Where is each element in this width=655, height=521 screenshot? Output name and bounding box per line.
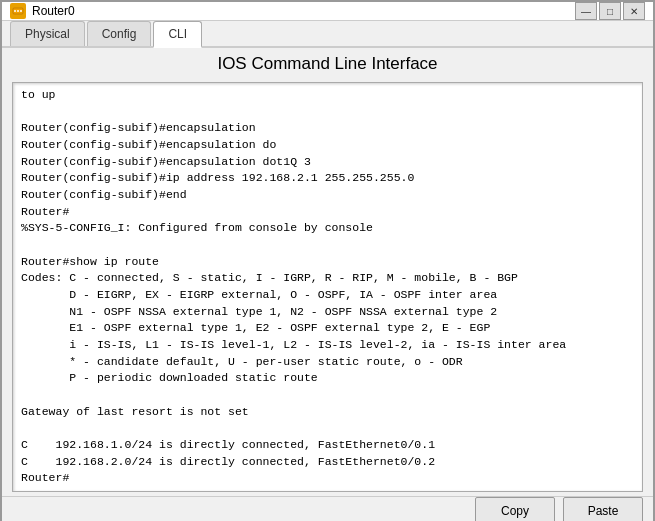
minimize-button[interactable]: — <box>575 2 597 20</box>
window-controls: — □ ✕ <box>575 2 645 20</box>
tab-bar: Physical Config CLI <box>2 21 653 48</box>
bottom-bar: Copy Paste <box>2 496 653 521</box>
main-window: Router0 — □ ✕ Physical Config CLI IOS Co… <box>0 0 655 521</box>
terminal-text: to up Router(config-subif)#encapsulation… <box>21 87 634 487</box>
title-bar-left: Router0 <box>10 3 75 19</box>
page-title: IOS Command Line Interface <box>12 54 643 74</box>
window-title: Router0 <box>32 4 75 18</box>
terminal-container: to up Router(config-subif)#encapsulation… <box>12 82 643 492</box>
content-area: IOS Command Line Interface to up Router(… <box>2 48 653 496</box>
terminal-scroll[interactable]: to up Router(config-subif)#encapsulation… <box>13 83 642 491</box>
copy-button[interactable]: Copy <box>475 497 555 521</box>
paste-button[interactable]: Paste <box>563 497 643 521</box>
title-bar: Router0 — □ ✕ <box>2 2 653 21</box>
tab-cli[interactable]: CLI <box>153 21 202 48</box>
svg-point-3 <box>20 10 22 12</box>
svg-point-1 <box>14 10 16 12</box>
tab-physical[interactable]: Physical <box>10 21 85 46</box>
tab-config[interactable]: Config <box>87 21 152 46</box>
maximize-button[interactable]: □ <box>599 2 621 20</box>
svg-point-2 <box>17 10 19 12</box>
close-button[interactable]: ✕ <box>623 2 645 20</box>
router-icon <box>10 3 26 19</box>
